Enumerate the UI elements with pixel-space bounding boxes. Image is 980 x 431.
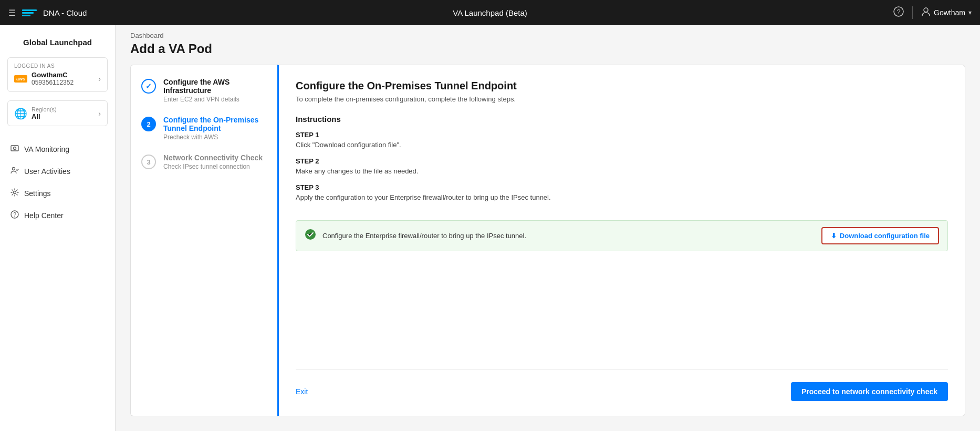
download-icon: ⬇ [831, 232, 837, 240]
breadcrumb-bar: Dashboard Add a VA Pod [116, 25, 980, 65]
proceed-button[interactable]: Proceed to network connectivity check [791, 382, 948, 401]
svg-text:?: ? [896, 8, 900, 16]
exit-link[interactable]: Exit [296, 387, 308, 396]
aws-logo: aws [14, 75, 27, 83]
wizard-step-3: 3 Network Connectivity Check Check IPsec… [141, 153, 267, 170]
main-content: Dashboard Add a VA Pod ✓ Configure the A… [116, 25, 980, 431]
detail-panel: Configure the On-Premises Tunnel Endpoin… [277, 65, 965, 416]
instruction-step-2-text: Make any changes to the file as needed. [296, 167, 948, 175]
detail-footer: Exit Proceed to network connectivity che… [296, 369, 948, 401]
instructions-heading: Instructions [296, 115, 948, 124]
instruction-step-1-label: STEP 1 [296, 131, 948, 139]
step-1-indicator: ✓ [141, 79, 156, 94]
instruction-step-1: STEP 1 Click "Download configuration fil… [296, 131, 948, 149]
sidebar-item-settings[interactable]: Settings [0, 183, 115, 204]
page-title: Add a VA Pod [130, 42, 965, 56]
app-title: DNA - Cloud [43, 8, 87, 17]
instruction-step-1-text: Click "Download configuration file". [296, 141, 948, 149]
download-button-label: Download configuration file [840, 232, 930, 240]
help-icon[interactable]: ? [893, 6, 904, 19]
sidebar-item-label-help-center: Help Center [24, 211, 64, 220]
va-monitoring-icon [11, 144, 19, 155]
sidebar-item-user-activities[interactable]: User Activities [0, 161, 115, 182]
wizard-step-2: 2 Configure the On-Premises Tunnel Endpo… [141, 116, 267, 141]
svg-rect-3 [11, 146, 18, 151]
aws-username: GowthamC [32, 71, 94, 79]
svg-point-2 [924, 8, 928, 12]
step-2-indicator: 2 [141, 117, 156, 131]
user-avatar-icon [921, 7, 931, 19]
svg-text:?: ? [13, 212, 16, 218]
instruction-step-3: STEP 3 Apply the configuration to your E… [296, 183, 948, 201]
svg-point-6 [14, 191, 16, 194]
user-name: Gowtham [934, 8, 965, 17]
banner-text: Configure the Enterprise firewall/router… [322, 232, 815, 240]
step-3-name: Network Connectivity Check [163, 153, 267, 162]
region-arrow-icon: › [98, 109, 101, 118]
step-3-sub: Check IPsec tunnel connection [163, 163, 267, 170]
sidebar: Global Launchpad LOGGED IN AS aws Gowtha… [0, 25, 116, 431]
sidebar-item-label-va-monitoring: VA Monitoring [24, 145, 69, 153]
instruction-step-2-label: STEP 2 [296, 157, 948, 165]
step-3-indicator: 3 [141, 155, 156, 169]
banner-check-icon [305, 229, 316, 243]
step-2-number: 2 [147, 120, 150, 128]
aws-logged-in-label: LOGGED IN AS [14, 63, 101, 69]
sidebar-nav: VA Monitoring User Activities [0, 139, 115, 226]
aws-card-arrow-icon[interactable]: › [98, 75, 101, 83]
svg-point-4 [14, 147, 16, 150]
sidebar-title: Global Launchpad [0, 34, 115, 57]
content-area: ✓ Configure the AWS Infrastructure Enter… [116, 65, 980, 431]
step-1-name: Configure the AWS Infrastructure [163, 78, 267, 95]
cisco-logo [22, 8, 37, 17]
help-center-icon: ? [11, 210, 19, 221]
user-activities-icon [11, 166, 19, 177]
wizard-step-1: ✓ Configure the AWS Infrastructure Enter… [141, 78, 267, 103]
step-3-number: 3 [147, 158, 150, 166]
svg-point-5 [13, 168, 15, 170]
sidebar-item-label-settings: Settings [24, 189, 51, 198]
sidebar-item-va-monitoring[interactable]: VA Monitoring [0, 139, 115, 160]
instruction-step-3-label: STEP 3 [296, 183, 948, 191]
breadcrumb: Dashboard [130, 32, 965, 39]
sidebar-item-help-center[interactable]: ? Help Center [0, 205, 115, 226]
step-1-check-icon: ✓ [145, 82, 152, 90]
wizard-panel: ✓ Configure the AWS Infrastructure Enter… [130, 65, 277, 416]
download-configuration-button[interactable]: ⬇ Download configuration file [821, 227, 939, 244]
top-nav: ☰ DNA - Cloud VA Launchpad (Beta) ? [0, 0, 980, 25]
region-value: All [32, 112, 94, 120]
aws-account-id: 059356112352 [32, 79, 94, 86]
region-card[interactable]: 🌐 Region(s) All › [7, 100, 108, 126]
step-1-sub: Enter EC2 and VPN details [163, 96, 267, 103]
step-2-sub: Precheck with AWS [163, 134, 267, 141]
hamburger-menu-icon[interactable]: ☰ [8, 8, 16, 18]
region-globe-icon: 🌐 [14, 107, 27, 120]
detail-subtitle: To complete the on-premises configuratio… [296, 95, 948, 103]
nav-divider [912, 6, 913, 19]
step-2-name: Configure the On-Premises Tunnel Endpoin… [163, 116, 267, 132]
page-header-title: VA Launchpad (Beta) [453, 8, 527, 17]
aws-account-card[interactable]: LOGGED IN AS aws GowthamC 059356112352 › [7, 57, 108, 92]
cisco-logo-mark [22, 8, 37, 17]
sidebar-item-label-user-activities: User Activities [24, 167, 70, 176]
chevron-down-icon: ▾ [968, 9, 972, 16]
detail-title: Configure the On-Premises Tunnel Endpoin… [296, 80, 948, 92]
instruction-step-3-text: Apply the configuration to your Enterpri… [296, 193, 948, 201]
instruction-step-2: STEP 2 Make any changes to the file as n… [296, 157, 948, 175]
region-label: Region(s) [32, 106, 94, 112]
settings-icon [11, 188, 19, 199]
user-menu[interactable]: Gowtham ▾ [921, 7, 972, 19]
action-banner: Configure the Enterprise firewall/router… [296, 220, 948, 251]
